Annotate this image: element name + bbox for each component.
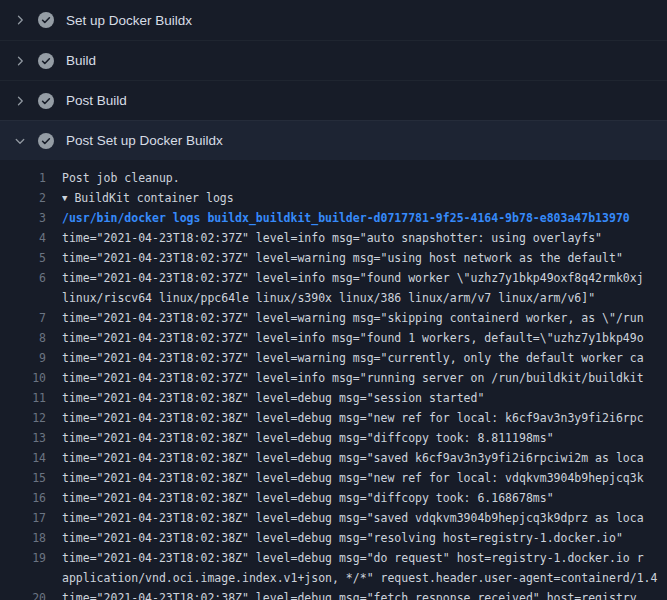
- group-toggle-icon[interactable]: ▼: [62, 188, 67, 208]
- log-line-text: time="2021-04-23T18:02:37Z" level=info m…: [62, 328, 667, 348]
- log-line-text: time="2021-04-23T18:02:38Z" level=debug …: [62, 448, 667, 468]
- log-line: 9 time="2021-04-23T18:02:37Z" level=warn…: [0, 348, 667, 368]
- step-header[interactable]: Post Set up Docker Buildx: [0, 120, 667, 160]
- log-line-text: time="2021-04-23T18:02:37Z" level=info m…: [62, 268, 667, 288]
- check-circle-icon: [38, 53, 54, 69]
- log-line-text: time="2021-04-23T18:02:38Z" level=debug …: [62, 428, 667, 448]
- check-circle-icon: [38, 133, 54, 149]
- step-header[interactable]: Set up Docker Buildx: [0, 0, 667, 40]
- log-line-number[interactable]: 20: [0, 588, 62, 600]
- log-line-text: /usr/bin/docker logs buildx_buildkit_bui…: [62, 208, 667, 228]
- step-title: Set up Docker Buildx: [66, 13, 192, 28]
- log-line: 7 time="2021-04-23T18:02:37Z" level=warn…: [0, 308, 667, 328]
- workflow-log-viewer: Set up Docker Buildx Build P: [0, 0, 667, 600]
- log-line: 17 time="2021-04-23T18:02:38Z" level=deb…: [0, 508, 667, 528]
- chevron-right-icon: [12, 53, 28, 69]
- log-line-number[interactable]: 8: [0, 328, 62, 348]
- log-line-text: Post job cleanup.: [62, 168, 667, 188]
- log-line: 4 time="2021-04-23T18:02:37Z" level=info…: [0, 228, 667, 248]
- log-line-number[interactable]: 1: [0, 168, 62, 188]
- log-line-text: time="2021-04-23T18:02:38Z" level=debug …: [62, 408, 667, 428]
- log-line-number[interactable]: 5: [0, 248, 62, 268]
- step-header[interactable]: Build: [0, 40, 667, 80]
- log-line-text: ▼BuildKit container logs: [62, 188, 667, 208]
- log-line-text: time="2021-04-23T18:02:37Z" level=info m…: [62, 228, 667, 248]
- step-list: Set up Docker Buildx Build P: [0, 0, 667, 160]
- log-line: linux/riscv64 linux/ppc64le linux/s390x …: [0, 288, 667, 308]
- log-line: 3 /usr/bin/docker logs buildx_buildkit_b…: [0, 208, 667, 228]
- log-line-number[interactable]: [0, 568, 62, 588]
- log-line-number[interactable]: 11: [0, 388, 62, 408]
- log-line-text: time="2021-04-23T18:02:38Z" level=debug …: [62, 548, 667, 568]
- log-line: application/vnd.oci.image.index.v1+json,…: [0, 568, 667, 588]
- log-line-number[interactable]: 16: [0, 488, 62, 508]
- chevron-down-icon: [12, 133, 28, 149]
- log-line-number[interactable]: 13: [0, 428, 62, 448]
- log-line-number[interactable]: 17: [0, 508, 62, 528]
- log-line: 13 time="2021-04-23T18:02:38Z" level=deb…: [0, 428, 667, 448]
- log-line: 1 Post job cleanup.: [0, 168, 667, 188]
- chevron-right-icon: [12, 93, 28, 109]
- log-line-number[interactable]: 7: [0, 308, 62, 328]
- group-title[interactable]: BuildKit container logs: [74, 191, 233, 205]
- log-line: 12 time="2021-04-23T18:02:38Z" level=deb…: [0, 408, 667, 428]
- log-line-number[interactable]: 9: [0, 348, 62, 368]
- step-header[interactable]: Post Build: [0, 80, 667, 120]
- log-line-number[interactable]: [0, 288, 62, 308]
- log-line-number[interactable]: 15: [0, 468, 62, 488]
- check-circle-icon: [38, 93, 54, 109]
- log-line-number[interactable]: 18: [0, 528, 62, 548]
- log-line-text: time="2021-04-23T18:02:37Z" level=warnin…: [62, 248, 667, 268]
- log-line-text: time="2021-04-23T18:02:38Z" level=debug …: [62, 588, 667, 600]
- log-line-text: time="2021-04-23T18:02:38Z" level=debug …: [62, 388, 667, 408]
- log-line-number[interactable]: 12: [0, 408, 62, 428]
- log-line-number[interactable]: 19: [0, 548, 62, 568]
- chevron-right-icon: [12, 12, 28, 28]
- log-line-continuation: linux/riscv64 linux/ppc64le linux/s390x …: [62, 288, 667, 308]
- log-line: 8 time="2021-04-23T18:02:37Z" level=info…: [0, 328, 667, 348]
- log-line: 2 ▼BuildKit container logs: [0, 188, 667, 208]
- log-line: 15 time="2021-04-23T18:02:38Z" level=deb…: [0, 468, 667, 488]
- step-title: Post Set up Docker Buildx: [66, 133, 223, 148]
- log-line-text: time="2021-04-23T18:02:38Z" level=debug …: [62, 508, 667, 528]
- log-line-number[interactable]: 6: [0, 268, 62, 288]
- log-line-number[interactable]: 4: [0, 228, 62, 248]
- log-line-text: time="2021-04-23T18:02:38Z" level=debug …: [62, 528, 667, 548]
- log-line: 20 time="2021-04-23T18:02:38Z" level=deb…: [0, 588, 667, 600]
- log-line: 5 time="2021-04-23T18:02:37Z" level=warn…: [0, 248, 667, 268]
- log-line: 14 time="2021-04-23T18:02:38Z" level=deb…: [0, 448, 667, 468]
- log-line-text: time="2021-04-23T18:02:38Z" level=debug …: [62, 488, 667, 508]
- log-line-number[interactable]: 3: [0, 208, 62, 228]
- log-line: 16 time="2021-04-23T18:02:38Z" level=deb…: [0, 488, 667, 508]
- log-line-number[interactable]: 14: [0, 448, 62, 468]
- log-line-continuation: application/vnd.oci.image.index.v1+json,…: [62, 568, 667, 588]
- log-line: 19 time="2021-04-23T18:02:38Z" level=deb…: [0, 548, 667, 568]
- log-line: 10 time="2021-04-23T18:02:37Z" level=inf…: [0, 368, 667, 388]
- log-line: 18 time="2021-04-23T18:02:38Z" level=deb…: [0, 528, 667, 548]
- log-line: 11 time="2021-04-23T18:02:38Z" level=deb…: [0, 388, 667, 408]
- log-line-number[interactable]: 2: [0, 188, 62, 208]
- log-line-number[interactable]: 10: [0, 368, 62, 388]
- log-area: 1 Post job cleanup. 2 ▼BuildKit containe…: [0, 160, 667, 600]
- check-circle-icon: [38, 12, 54, 28]
- log-line-text: time="2021-04-23T18:02:37Z" level=info m…: [62, 368, 667, 388]
- log-line: 6 time="2021-04-23T18:02:37Z" level=info…: [0, 268, 667, 288]
- log-line-text: time="2021-04-23T18:02:38Z" level=debug …: [62, 468, 667, 488]
- log-line-text: time="2021-04-23T18:02:37Z" level=warnin…: [62, 308, 667, 328]
- step-title: Build: [66, 53, 96, 68]
- log-line-text: time="2021-04-23T18:02:37Z" level=warnin…: [62, 348, 667, 368]
- step-title: Post Build: [66, 93, 127, 108]
